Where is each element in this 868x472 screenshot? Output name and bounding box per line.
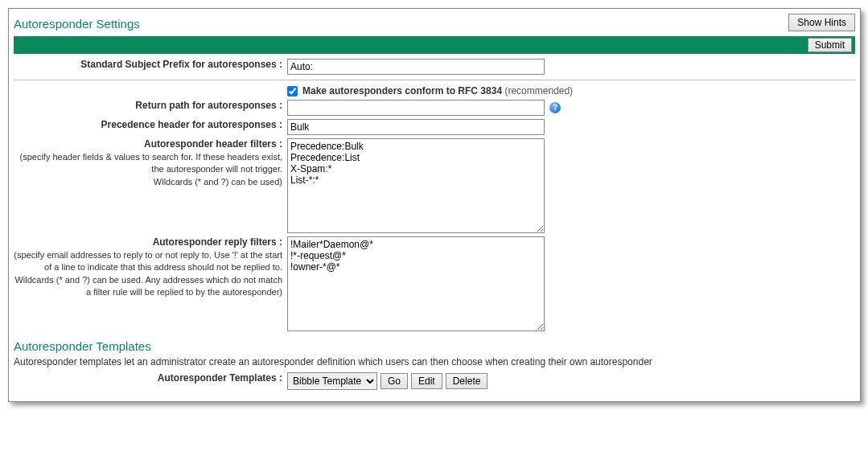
row-precedence: Precedence header for autoresponses : xyxy=(14,119,855,135)
row-return-path: Return path for autoresponses : ? xyxy=(14,100,855,116)
row-templates: Autoresponder Templates : Bibble Templat… xyxy=(14,372,855,390)
header-filters-hint: (specify header fields & values to searc… xyxy=(19,152,282,187)
separator xyxy=(14,80,855,80)
templates-select[interactable]: Bibble Template xyxy=(287,372,377,390)
rfc3834-label: Make autoresponders conform to RFC 3834 xyxy=(302,85,502,96)
delete-button[interactable]: Delete xyxy=(446,373,488,389)
go-button[interactable]: Go xyxy=(381,373,408,389)
row-subject-prefix: Standard Subject Prefix for autoresponse… xyxy=(14,59,855,75)
header-filters-label: Autoresponder header filters : xyxy=(144,138,282,150)
reply-filters-hint: (specify email addresses to reply to or … xyxy=(14,250,282,298)
action-bar: Submit xyxy=(14,36,855,54)
templates-label: Autoresponder Templates : xyxy=(158,372,282,384)
page-title: Autoresponder Settings xyxy=(14,14,140,31)
edit-button[interactable]: Edit xyxy=(411,373,442,389)
rfc3834-recommended: (recommended) xyxy=(504,85,573,96)
reply-filters-label: Autoresponder reply filters : xyxy=(153,236,282,248)
templates-title: Autoresponder Templates xyxy=(14,339,855,353)
return-path-input[interactable] xyxy=(287,100,545,116)
submit-button[interactable]: Submit xyxy=(808,38,852,52)
subject-prefix-label: Standard Subject Prefix for autoresponse… xyxy=(80,59,282,70)
row-header-filters: Autoresponder header filters : (specify … xyxy=(14,138,855,233)
subject-prefix-input[interactable] xyxy=(287,59,545,75)
rfc3834-checkbox[interactable] xyxy=(287,86,298,96)
show-hints-button[interactable]: Show Hints xyxy=(788,14,855,31)
row-reply-filters: Autoresponder reply filters : (specify e… xyxy=(14,236,855,331)
precedence-input[interactable] xyxy=(287,119,545,135)
header-filters-textarea[interactable] xyxy=(287,138,545,233)
templates-description: Autoresponder templates let an administr… xyxy=(14,356,855,367)
precedence-label: Precedence header for autoresponses : xyxy=(101,119,282,130)
reply-filters-textarea[interactable] xyxy=(287,236,545,331)
return-path-label: Return path for autoresponses : xyxy=(135,100,282,111)
settings-panel: Autoresponder Settings Show Hints Submit… xyxy=(8,8,861,402)
row-rfc3834: Make autoresponders conform to RFC 3834 … xyxy=(14,85,855,96)
help-icon[interactable]: ? xyxy=(549,102,561,113)
header-row: Autoresponder Settings Show Hints xyxy=(14,14,855,31)
